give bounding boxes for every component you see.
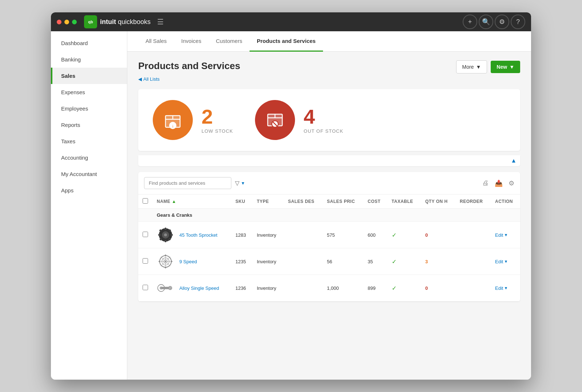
product-cell: Alloy Single Speed [157, 279, 227, 297]
sidebar-item-apps[interactable]: Apps [51, 182, 127, 199]
col-name[interactable]: NAME ▲ [152, 195, 231, 209]
product-action: Edit ▼ [491, 248, 520, 275]
sidebar-item-dashboard[interactable]: Dashboard [51, 35, 127, 51]
collapse-bar: ▲ [138, 155, 520, 166]
tab-products-services[interactable]: Products and Services [250, 31, 323, 52]
product-action: Edit ▼ [491, 275, 520, 301]
app-body: Dashboard Banking Sales Expenses Employe… [51, 31, 531, 380]
product-sku: 1235 [231, 248, 252, 275]
edit-link[interactable]: Edit ▼ [495, 259, 516, 264]
svg-point-13 [164, 233, 167, 236]
row-checkbox-cell [138, 248, 152, 275]
back-link[interactable]: ◀ All Lists [138, 76, 520, 82]
help-button[interactable]: ? [511, 15, 525, 29]
tab-customers[interactable]: Customers [208, 31, 250, 52]
titlebar-actions: + 🔍 ⚙ ? [463, 15, 525, 29]
out-of-stock-info: 4 OUT OF STOCK [304, 107, 343, 134]
new-button[interactable]: New ▼ [491, 61, 520, 73]
group-row-gears: Gears & Cranks [138, 209, 520, 222]
edit-chevron-icon: ▼ [504, 233, 508, 237]
col-cost[interactable]: COST [363, 195, 387, 209]
table-row: 45 Tooth Sprocket 1283 Inventory 575 600… [138, 222, 520, 248]
svg-point-30 [165, 255, 166, 256]
hamburger-icon[interactable]: ☰ [157, 17, 164, 26]
col-taxable[interactable]: TAXABLE [387, 195, 421, 209]
settings-button[interactable]: ⚙ [495, 15, 509, 29]
col-sales-price[interactable]: SALES PRIC [323, 195, 363, 209]
edit-link[interactable]: Edit ▼ [495, 232, 516, 238]
tab-all-sales[interactable]: All Sales [138, 31, 174, 52]
settings-icon[interactable]: ⚙ [509, 179, 514, 187]
filter-chevron-icon: ▼ [241, 181, 245, 186]
sidebar-item-expenses[interactable]: Expenses [51, 84, 127, 100]
product-taxable: ✓ [387, 275, 421, 301]
product-name[interactable]: 9 Speed [179, 259, 197, 264]
product-type: Inventory [252, 275, 284, 301]
col-action[interactable]: ACTION [491, 195, 520, 209]
minimize-dot[interactable] [64, 20, 69, 24]
content-area: Products and Services More ▼ New ▼ ◀ [127, 52, 531, 380]
row-checkbox-cell [138, 222, 152, 248]
product-name-cell: 9 Speed [152, 248, 231, 275]
product-sales-desc [284, 248, 323, 275]
more-button[interactable]: More ▼ [456, 60, 487, 73]
product-qty: 3 [421, 248, 455, 275]
out-of-stock-card[interactable]: 4 OUT OF STOCK [255, 100, 343, 140]
product-cost: 899 [363, 275, 387, 301]
product-type: Inventory [252, 222, 284, 248]
product-sales-price: 1,000 [323, 275, 363, 301]
out-of-stock-label: OUT OF STOCK [304, 128, 343, 134]
tab-invoices[interactable]: Invoices [174, 31, 208, 52]
collapse-icon[interactable]: ▲ [511, 157, 517, 164]
taxable-check-icon: ✓ [392, 259, 396, 265]
product-sales-price: 56 [323, 248, 363, 275]
col-sku[interactable]: SKU [231, 195, 252, 209]
product-name[interactable]: 45 Tooth Sprocket [179, 232, 218, 238]
col-reorder[interactable]: REORDER [455, 195, 491, 209]
sidebar-item-my-accountant[interactable]: My Accountant [51, 166, 127, 182]
filter-button[interactable]: ▽ ▼ [235, 180, 245, 187]
edit-chevron-icon: ▼ [504, 286, 508, 290]
sidebar-item-reports[interactable]: Reports [51, 117, 127, 133]
sidebar-item-accounting[interactable]: Accounting [51, 149, 127, 166]
row-checkbox[interactable] [143, 258, 148, 264]
edit-chevron-icon: ▼ [504, 259, 508, 264]
product-cost: 600 [363, 222, 387, 248]
product-name[interactable]: Alloy Single Speed [179, 285, 219, 291]
svg-point-33 [171, 261, 172, 262]
logo-area: qb intuit quickbooks ☰ [84, 15, 463, 28]
new-chevron-icon: ▼ [509, 64, 514, 70]
print-icon[interactable]: 🖨 [482, 179, 489, 187]
col-qty-on-hand[interactable]: QTY ON H [421, 195, 455, 209]
product-name-cell: Alloy Single Speed [152, 275, 231, 301]
row-checkbox[interactable] [143, 232, 148, 237]
sidebar-item-sales[interactable]: Sales [51, 68, 127, 84]
low-stock-card[interactable]: ↓ 2 LOW STOCK [153, 100, 233, 140]
col-type[interactable]: TYPE [252, 195, 284, 209]
more-chevron-icon: ▼ [476, 64, 481, 70]
search-filter: ▽ ▼ [144, 177, 245, 189]
close-dot[interactable] [57, 20, 61, 24]
plus-icon: + [468, 18, 472, 26]
select-all-checkbox[interactable] [143, 198, 148, 204]
stock-cards: ↓ 2 LOW STOCK [138, 89, 520, 151]
gear-icon: ⚙ [499, 18, 505, 26]
col-sales-desc[interactable]: SALES DES [284, 195, 323, 209]
maximize-dot[interactable] [72, 20, 77, 24]
product-image [157, 253, 174, 270]
sidebar-item-employees[interactable]: Employees [51, 100, 127, 117]
out-of-stock-count: 4 [304, 107, 343, 127]
edit-link[interactable]: Edit ▼ [495, 285, 516, 291]
row-checkbox[interactable] [143, 285, 148, 290]
window-controls [57, 20, 77, 24]
table-toolbar: ▽ ▼ 🖨 📤 ⚙ [138, 172, 520, 195]
select-all-header [138, 195, 152, 209]
sidebar-item-banking[interactable]: Banking [51, 51, 127, 68]
search-button[interactable]: 🔍 [479, 15, 493, 29]
sidebar-item-taxes[interactable]: Taxes [51, 133, 127, 149]
export-icon[interactable]: 📤 [495, 179, 503, 187]
search-input[interactable] [144, 177, 231, 189]
group-name: Gears & Cranks [152, 209, 520, 222]
add-button[interactable]: + [463, 15, 477, 29]
product-sales-price: 575 [323, 222, 363, 248]
